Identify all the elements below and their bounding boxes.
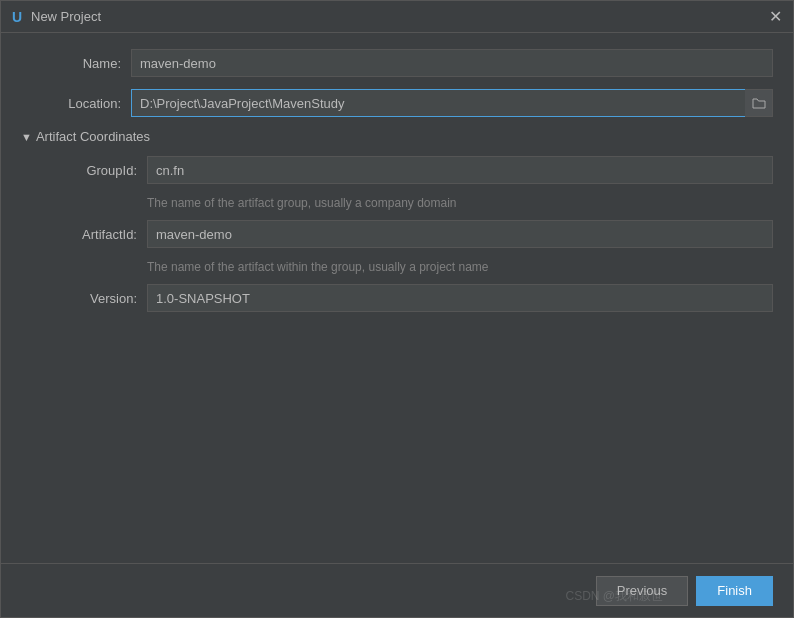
groupid-label: GroupId: [37, 163, 147, 178]
groupid-input[interactable] [147, 156, 773, 184]
name-input[interactable] [131, 49, 773, 77]
new-project-dialog: U New Project ✕ Name: Location: ▼ [0, 0, 794, 618]
artifactid-label: ArtifactId: [37, 227, 147, 242]
location-wrapper [131, 89, 773, 117]
dialog-title: New Project [31, 9, 765, 24]
groupid-hint: The name of the artifact group, usually … [147, 196, 773, 210]
previous-button[interactable]: Previous [596, 576, 689, 606]
finish-button[interactable]: Finish [696, 576, 773, 606]
artifactid-row: ArtifactId: [37, 220, 773, 248]
version-label: Version: [37, 291, 147, 306]
artifactid-input[interactable] [147, 220, 773, 248]
section-toggle-icon[interactable]: ▼ [21, 131, 32, 143]
name-row: Name: [21, 49, 773, 77]
close-button[interactable]: ✕ [765, 7, 785, 27]
artifact-section-header: ▼ Artifact Coordinates [21, 129, 773, 144]
groupid-row: GroupId: [37, 156, 773, 184]
dialog-content: Name: Location: ▼ Artifact Coordinates [1, 33, 793, 563]
artifact-section-content: GroupId: The name of the artifact group,… [21, 156, 773, 312]
version-input[interactable] [147, 284, 773, 312]
location-input[interactable] [131, 89, 773, 117]
artifactid-hint: The name of the artifact within the grou… [147, 260, 773, 274]
browse-folder-button[interactable] [745, 89, 773, 117]
location-label: Location: [21, 96, 131, 111]
location-row: Location: [21, 89, 773, 117]
version-row: Version: [37, 284, 773, 312]
name-label: Name: [21, 56, 131, 71]
app-icon: U [9, 9, 25, 25]
title-bar: U New Project ✕ [1, 1, 793, 33]
section-title: Artifact Coordinates [36, 129, 150, 144]
dialog-footer: Previous Finish [1, 563, 793, 617]
